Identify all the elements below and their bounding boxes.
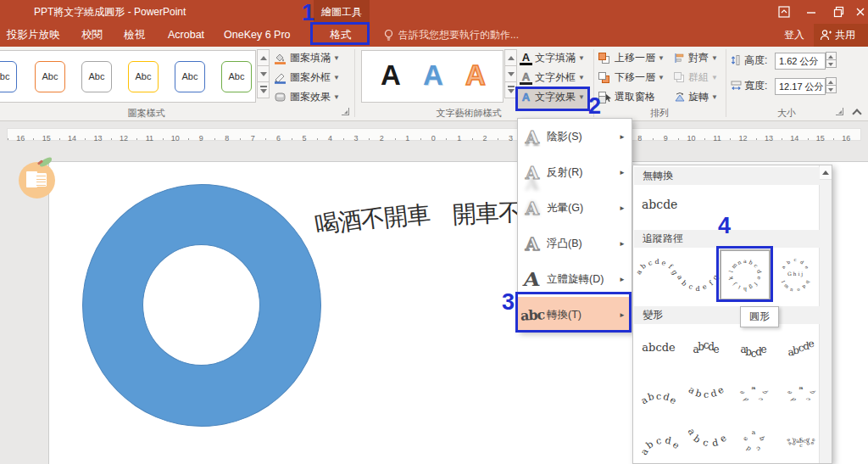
tab-Acrobat[interactable]: Acrobat [168, 24, 204, 47]
shape-effects-button[interactable]: 圖案效果▼ [274, 90, 340, 109]
transform-style-thumb[interactable]: abcde [637, 373, 681, 416]
send-backward-button[interactable]: 下移一層▼ [598, 70, 665, 89]
thumb-char: l [728, 270, 734, 273]
wordart-style-blue[interactable]: A [423, 51, 443, 100]
thumb-char: f [708, 280, 715, 288]
wordart-style-black[interactable]: A [381, 51, 401, 100]
horizontal-ruler[interactable]: 1615141312111098765432101234567891011121… [7, 128, 861, 141]
tab-檢視[interactable]: 檢視 [124, 24, 145, 47]
collapse-ribbon-icon[interactable] [852, 109, 861, 118]
restore-icon[interactable] [829, 4, 848, 20]
transform-style-thumb[interactable]: abcde [732, 327, 776, 369]
size-dialog-launcher-icon[interactable] [836, 108, 843, 115]
shape-styles-dialog-launcher-icon[interactable] [342, 108, 349, 115]
share-button[interactable]: 共用 [814, 24, 868, 47]
arc-text-char: 開 [452, 198, 477, 232]
shape-outline-button[interactable]: 圖案外框▼ [274, 70, 340, 89]
width-down-icon[interactable] [826, 85, 837, 93]
wordart-styles-gallery[interactable]: AAA [361, 50, 504, 103]
menu-item-反射R[interactable]: A反射(R)► [518, 154, 632, 190]
transform-style-thumb[interactable]: abcdefg [637, 252, 677, 298]
wordart-gallery-scrollbar[interactable] [504, 50, 517, 103]
circle-tooltip: 圓形 [740, 306, 779, 327]
height-stepper[interactable] [826, 53, 837, 70]
shape-fill-button[interactable]: 圖案填滿▼ [274, 51, 340, 70]
width-input[interactable]: 12.17 公分 [775, 78, 826, 95]
menu-item-轉換T[interactable]: abc轉換(T)► [518, 297, 632, 333]
transform-style-thumb[interactable]: abcde [684, 373, 728, 416]
width-icon [731, 80, 742, 92]
shape-effects-icon [274, 91, 287, 103]
menu-item-光暈G[interactable]: A光暈(G)► [518, 190, 632, 226]
shape-style-thumb[interactable]: Abc [81, 61, 112, 92]
gallery-more-icon[interactable] [504, 81, 517, 98]
menu-item-浮凸B[interactable]: A浮凸(B)► [518, 226, 632, 261]
gallery-scroll-down-icon[interactable] [504, 65, 517, 82]
thumb-char: e [741, 435, 749, 441]
tab-校閱[interactable]: 校閱 [81, 24, 103, 47]
text-outline-button[interactable]: A文字外框▼ [520, 70, 585, 89]
transform-style-thumb[interactable]: abcdeG h i jlmnopq [772, 252, 818, 298]
close-icon[interactable] [851, 4, 868, 20]
text-fill-button[interactable]: A文字填滿▼ [520, 51, 585, 70]
bring-forward-button[interactable]: 上移一層▼ [598, 51, 665, 70]
text-effects-button[interactable]: A文字效果▼ [520, 90, 585, 109]
thumb-char: i [737, 285, 741, 291]
transform-style-thumb[interactable]: abcdefghijklmn [721, 251, 769, 299]
group-button[interactable]: 群組▼ [674, 70, 718, 89]
submenu-arrow-icon: ► [619, 311, 626, 319]
thumb-char: a [786, 436, 793, 442]
menu-item-陰影S[interactable]: A陰影(S)► [518, 119, 632, 154]
sign-in-button[interactable]: 登入 [784, 24, 804, 47]
thumb-char: e [713, 344, 719, 355]
ribbon-display-options-icon[interactable] [775, 4, 793, 20]
submenu-arrow-icon: ► [619, 169, 626, 176]
menu-item-立體旋轉D[interactable]: A立體旋轉(D)► [518, 261, 632, 297]
gallery-scroll-down-icon[interactable] [257, 65, 270, 82]
drawing-tools-context-tab[interactable]: 繪圖工具 [314, 0, 370, 24]
shape-style-thumb[interactable]: Abc [35, 61, 65, 92]
gallery-scroll-up-icon[interactable] [257, 49, 270, 66]
rotate-button[interactable]: 旋轉▼ [674, 90, 718, 109]
transform-style-thumb[interactable]: abcdeabcabcde [779, 420, 823, 462]
gallery-scroll-up-icon[interactable] [504, 49, 517, 66]
gallery-more-icon[interactable] [257, 81, 270, 98]
text-fill-label: 文字填滿 [535, 52, 576, 64]
tab-OneKey 6 Pro[interactable]: OneKey 6 Pro [224, 24, 291, 47]
tell-me-box[interactable]: 告訴我您想要執行的動作... [398, 24, 519, 47]
selection-pane-label: 選取窗格 [615, 91, 655, 103]
align-button[interactable]: 對齊▼ [674, 51, 718, 70]
height-down-icon[interactable] [826, 59, 837, 68]
wordart-style-orange[interactable]: A [465, 51, 486, 100]
shape-style-thumb[interactable]: Abc [221, 61, 252, 92]
transform-style-thumb[interactable]: abcdefg [677, 252, 718, 298]
width-stepper[interactable] [826, 78, 837, 95]
shape-styles-gallery[interactable]: AbcAbcAbcAbcAbcAbc [0, 50, 256, 103]
transform-style-thumb[interactable]: abcde [779, 373, 823, 416]
size-group-label: 大小 [726, 107, 848, 119]
transform-style-thumb[interactable]: abcde [637, 327, 681, 369]
shape-style-thumb[interactable]: Abc [0, 61, 17, 92]
submenu-scroll-up-icon[interactable] [820, 165, 832, 180]
shape-style-thumb[interactable]: Abc [175, 61, 205, 92]
transform-style-thumb[interactable]: abcde [638, 189, 698, 225]
minimize-icon[interactable] [802, 4, 821, 20]
transform-style-thumb[interactable]: abcde [732, 420, 776, 462]
share-person-icon [820, 29, 832, 42]
transform-style-thumb[interactable]: abcde [632, 416, 684, 464]
transform-style-thumb[interactable]: abcde [684, 327, 728, 369]
transform-style-thumb[interactable]: abcde [680, 416, 732, 464]
shape-style-thumb[interactable]: Abc [128, 61, 159, 92]
shape-gallery-scrollbar[interactable] [257, 50, 270, 103]
tab-format-active[interactable]: 格式 [314, 24, 368, 47]
selection-pane-button[interactable]: 選取窗格 [598, 90, 655, 109]
thumb-char: f [667, 263, 674, 271]
align-icon [674, 52, 686, 64]
transform-style-thumb[interactable]: abcde [779, 327, 823, 369]
tab-投影片放映[interactable]: 投影片放映 [7, 24, 60, 47]
orange-excel-logo [19, 159, 58, 198]
submenu-scrollbar[interactable] [819, 165, 832, 463]
height-input[interactable]: 1.62 公分 [775, 53, 826, 70]
transform-style-thumb[interactable]: abcde [732, 373, 776, 416]
submenu-section-header: 無轉換 [634, 167, 820, 185]
